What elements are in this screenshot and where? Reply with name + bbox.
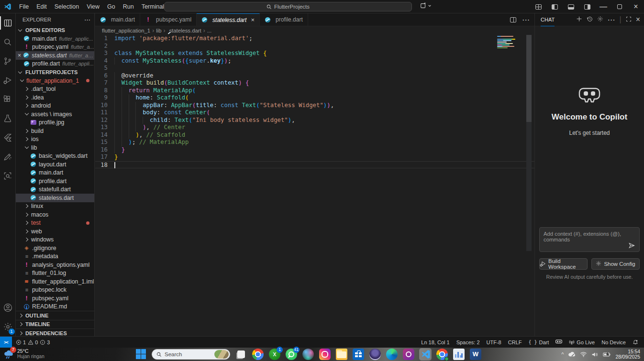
statusbar-notifications[interactable] [633,339,638,345]
minimap[interactable] [497,36,517,50]
tree-item-statefull.dart[interactable]: statefull.dart [16,186,94,194]
taskbar-whatsapp-icon[interactable]: 41 [286,349,297,360]
tree-item-linux[interactable]: linux [16,202,94,211]
code-line[interactable]: 1import 'package:flutter/material.dart'; [95,35,534,43]
code-line[interactable]: 4 const MyStateless({super.key}); [95,57,534,65]
code-line[interactable]: 10 appBar: AppBar(title: const Text("Sta… [95,102,534,109]
statusbar-info-count[interactable]: 3 [40,339,50,345]
tree-item-assetsimages[interactable]: assets \ images [16,110,94,119]
tray-clock[interactable]: 15:54 28/09/2025 [615,349,640,360]
open-editors-section-header[interactable]: OPEN EDITORS [16,26,94,34]
tree-item-pubspec.yaml[interactable]: !pubspec.yaml [16,294,94,303]
tree-item-profile.jpg[interactable]: profile.jpg [16,119,94,127]
code-line[interactable]: 17} [95,153,534,161]
menu-file[interactable]: File [15,0,33,13]
code-line[interactable]: 11 body: const Center( [95,109,534,117]
statusbar-eol[interactable]: CRLF [508,339,522,345]
toggle-panel-button[interactable] [563,0,579,13]
chat-input[interactable]: Add context (#), extensions (@), command… [539,227,640,252]
tree-item-analysis_options.yaml[interactable]: !analysis_options.yaml [16,261,94,269]
tree-item-build[interactable]: build [16,127,94,135]
activity-accounts-icon[interactable] [0,298,16,317]
toggle-primary-sidebar-button[interactable] [546,0,563,13]
send-icon[interactable] [628,242,635,249]
activity-source-control-icon[interactable] [0,52,16,71]
tree-item-flutter_01.log[interactable]: ≡flutter_01.log [16,269,94,278]
menu-terminal[interactable]: Terminal [138,0,168,13]
breadcrumb[interactable]: flutter_application_1›lib›stateless.dart… [95,26,534,35]
remote-indicator-button[interactable]: >< [0,337,12,348]
taskbar-chrome-icon[interactable] [252,349,264,360]
chat-settings-button[interactable] [597,15,603,24]
minimize-button[interactable]: — [595,0,611,13]
tree-item-.gitignore[interactable]: ◈.gitignore [16,244,94,252]
project-section-header[interactable]: FLUTTERPROJECTS [16,68,94,77]
open-editor-profile.dart[interactable]: profile.dartflutter_appli... [16,60,94,68]
command-center-search[interactable]: FlutterProjects [164,2,412,11]
customize-layout-button[interactable] [530,0,546,13]
code-line[interactable]: 16 } [95,146,534,154]
tree-item-.dart_tool[interactable]: .dart_tool [16,85,94,94]
activity-flutter-icon[interactable] [0,128,16,147]
tree-item-test[interactable]: test [16,219,94,228]
menu-view[interactable]: View [83,0,103,13]
tree-item-layout.dart[interactable]: layout.dart [16,160,94,169]
code-line[interactable]: 8 return MaterialApp( [95,87,534,95]
taskbar-eclipse-icon[interactable] [369,349,381,360]
code-line[interactable]: 13 ), // Center [95,124,534,131]
statusbar-cursor-position[interactable]: Ln 18, Col 1 [421,339,449,345]
wifi-icon[interactable] [580,351,587,357]
activity-extensions-icon[interactable] [0,90,16,109]
menu-run[interactable]: Run [119,0,138,13]
tree-item-macos[interactable]: macos [16,210,94,219]
battery-icon[interactable] [603,352,611,357]
taskbar-file-explorer-icon[interactable] [336,349,347,360]
search-highlight-thumbnail[interactable] [214,350,229,359]
close-icon[interactable]: × [16,52,23,59]
open-editor-pubspec.yaml[interactable]: !pubspec.yamlflutter_a... [16,43,94,52]
chat-history-button[interactable] [587,15,593,24]
maximize-button[interactable] [611,0,628,13]
taskbar-edge-icon[interactable] [386,349,398,360]
chat-expand-button[interactable] [626,15,632,24]
statusbar-copilot-status[interactable] [555,339,562,345]
breadcrumb-item[interactable]: flutter_application_1 [102,28,150,33]
breadcrumb-item[interactable]: stateless.dart [169,28,201,33]
tree-item-.idea[interactable]: .idea [16,93,94,102]
chat-close-button[interactable]: × [636,15,640,24]
explorer-more-actions-button[interactable]: ⋯ [84,16,90,23]
taskbar-vscode-icon[interactable] [420,349,431,360]
toggle-secondary-sidebar-button[interactable] [579,0,595,13]
tree-item-pubspec.lock[interactable]: ≡pubspec.lock [16,286,94,295]
button-build-workspace[interactable]: Build Workspace [539,258,588,270]
menu-selection[interactable]: Selection [51,0,83,13]
tree-item-README.md[interactable]: iREADME.md [16,303,94,311]
tree-item-lib[interactable]: lib [16,143,94,152]
code-line[interactable]: 3class MyStateless extends StatelessWidg… [95,50,534,57]
statusbar-indentation[interactable]: Spaces: 2 [456,339,480,345]
tree-item-ios[interactable]: ios [16,135,94,144]
taskbar-task-view-icon[interactable] [235,349,247,360]
tab-close-icon[interactable]: × [251,16,255,23]
tray-show-hidden-icons-button[interactable]: ^ [561,351,564,357]
editor-scrollbar[interactable] [526,35,532,122]
tree-item-web[interactable]: web [16,227,94,236]
menu-go[interactable]: Go [103,0,119,13]
activity-run-debug-icon[interactable] [0,71,16,90]
breadcrumb-item[interactable]: ... [207,28,211,33]
code-line[interactable]: 15 ); // MaterialApp [95,139,534,146]
code-line[interactable]: 2 [95,43,534,50]
tab-pubspec.yaml[interactable]: !pubspec.yaml [140,13,197,26]
breadcrumb-item[interactable]: lib [156,28,161,33]
open-editor-stateless.dart[interactable]: ×stateless.dartflutter_ap... [16,51,94,60]
tree-item-basic_widgets.dart[interactable]: basic_widgets.dart [16,152,94,161]
code-line[interactable]: 14 ), // Scaffold [95,131,534,139]
statusbar-error-count[interactable]: 1 [16,339,26,345]
layout-control-button[interactable] [420,2,432,9]
activity-settings-icon[interactable]: 1 [0,317,16,336]
taskbar-copilot-icon[interactable] [302,349,314,360]
tree-item-windows[interactable]: windows [16,236,94,244]
new-chat-button[interactable] [576,15,582,24]
statusbar-flutter-device[interactable]: No Device [601,339,626,345]
activity-property-editor-icon[interactable] [0,147,16,166]
